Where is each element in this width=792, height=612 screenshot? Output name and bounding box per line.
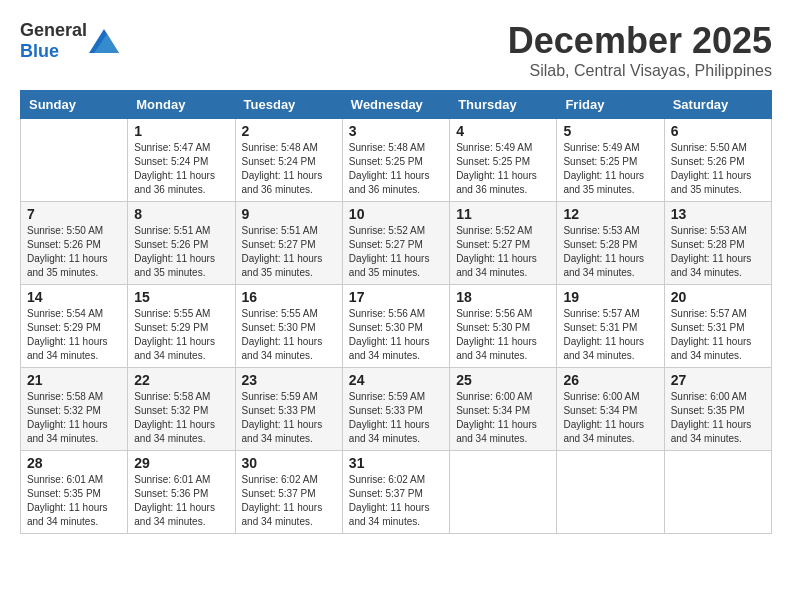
day-info: Sunrise: 6:01 AMSunset: 5:35 PMDaylight:… (27, 473, 121, 529)
day-info: Sunrise: 5:49 AMSunset: 5:25 PMDaylight:… (456, 141, 550, 197)
day-number: 24 (349, 372, 443, 388)
calendar-header-row: SundayMondayTuesdayWednesdayThursdayFrid… (21, 91, 772, 119)
calendar-cell: 22Sunrise: 5:58 AMSunset: 5:32 PMDayligh… (128, 368, 235, 451)
calendar-cell: 29Sunrise: 6:01 AMSunset: 5:36 PMDayligh… (128, 451, 235, 534)
calendar-cell: 30Sunrise: 6:02 AMSunset: 5:37 PMDayligh… (235, 451, 342, 534)
day-info: Sunrise: 5:52 AMSunset: 5:27 PMDaylight:… (349, 224, 443, 280)
calendar-cell: 12Sunrise: 5:53 AMSunset: 5:28 PMDayligh… (557, 202, 664, 285)
calendar-week-row: 14Sunrise: 5:54 AMSunset: 5:29 PMDayligh… (21, 285, 772, 368)
weekday-header-wednesday: Wednesday (342, 91, 449, 119)
day-number: 6 (671, 123, 765, 139)
calendar-week-row: 21Sunrise: 5:58 AMSunset: 5:32 PMDayligh… (21, 368, 772, 451)
calendar-cell: 5Sunrise: 5:49 AMSunset: 5:25 PMDaylight… (557, 119, 664, 202)
day-info: Sunrise: 5:53 AMSunset: 5:28 PMDaylight:… (563, 224, 657, 280)
day-info: Sunrise: 5:57 AMSunset: 5:31 PMDaylight:… (671, 307, 765, 363)
day-number: 17 (349, 289, 443, 305)
calendar-cell: 13Sunrise: 5:53 AMSunset: 5:28 PMDayligh… (664, 202, 771, 285)
day-number: 15 (134, 289, 228, 305)
day-number: 13 (671, 206, 765, 222)
calendar-cell: 3Sunrise: 5:48 AMSunset: 5:25 PMDaylight… (342, 119, 449, 202)
day-info: Sunrise: 6:00 AMSunset: 5:34 PMDaylight:… (563, 390, 657, 446)
calendar-cell: 9Sunrise: 5:51 AMSunset: 5:27 PMDaylight… (235, 202, 342, 285)
day-number: 21 (27, 372, 121, 388)
weekday-header-monday: Monday (128, 91, 235, 119)
day-number: 20 (671, 289, 765, 305)
day-number: 18 (456, 289, 550, 305)
day-number: 23 (242, 372, 336, 388)
calendar-week-row: 1Sunrise: 5:47 AMSunset: 5:24 PMDaylight… (21, 119, 772, 202)
day-number: 2 (242, 123, 336, 139)
day-info: Sunrise: 5:52 AMSunset: 5:27 PMDaylight:… (456, 224, 550, 280)
day-info: Sunrise: 6:00 AMSunset: 5:35 PMDaylight:… (671, 390, 765, 446)
day-info: Sunrise: 6:02 AMSunset: 5:37 PMDaylight:… (349, 473, 443, 529)
day-info: Sunrise: 5:53 AMSunset: 5:28 PMDaylight:… (671, 224, 765, 280)
day-number: 14 (27, 289, 121, 305)
day-info: Sunrise: 5:50 AMSunset: 5:26 PMDaylight:… (27, 224, 121, 280)
day-number: 1 (134, 123, 228, 139)
day-info: Sunrise: 6:00 AMSunset: 5:34 PMDaylight:… (456, 390, 550, 446)
calendar-week-row: 7Sunrise: 5:50 AMSunset: 5:26 PMDaylight… (21, 202, 772, 285)
day-number: 22 (134, 372, 228, 388)
day-info: Sunrise: 5:54 AMSunset: 5:29 PMDaylight:… (27, 307, 121, 363)
day-info: Sunrise: 5:59 AMSunset: 5:33 PMDaylight:… (349, 390, 443, 446)
day-number: 9 (242, 206, 336, 222)
day-info: Sunrise: 5:58 AMSunset: 5:32 PMDaylight:… (134, 390, 228, 446)
day-info: Sunrise: 5:47 AMSunset: 5:24 PMDaylight:… (134, 141, 228, 197)
day-number: 3 (349, 123, 443, 139)
day-number: 4 (456, 123, 550, 139)
calendar-cell: 15Sunrise: 5:55 AMSunset: 5:29 PMDayligh… (128, 285, 235, 368)
calendar-cell: 2Sunrise: 5:48 AMSunset: 5:24 PMDaylight… (235, 119, 342, 202)
day-info: Sunrise: 5:50 AMSunset: 5:26 PMDaylight:… (671, 141, 765, 197)
calendar-cell: 24Sunrise: 5:59 AMSunset: 5:33 PMDayligh… (342, 368, 449, 451)
calendar-cell: 20Sunrise: 5:57 AMSunset: 5:31 PMDayligh… (664, 285, 771, 368)
day-info: Sunrise: 6:01 AMSunset: 5:36 PMDaylight:… (134, 473, 228, 529)
day-number: 30 (242, 455, 336, 471)
calendar-cell: 27Sunrise: 6:00 AMSunset: 5:35 PMDayligh… (664, 368, 771, 451)
day-number: 8 (134, 206, 228, 222)
logo-general: General (20, 20, 87, 40)
logo: General Blue (20, 20, 119, 62)
calendar-cell: 11Sunrise: 5:52 AMSunset: 5:27 PMDayligh… (450, 202, 557, 285)
day-number: 7 (27, 206, 121, 222)
weekday-header-friday: Friday (557, 91, 664, 119)
day-number: 12 (563, 206, 657, 222)
calendar-cell (450, 451, 557, 534)
calendar-cell: 26Sunrise: 6:00 AMSunset: 5:34 PMDayligh… (557, 368, 664, 451)
calendar-cell: 14Sunrise: 5:54 AMSunset: 5:29 PMDayligh… (21, 285, 128, 368)
calendar-cell: 17Sunrise: 5:56 AMSunset: 5:30 PMDayligh… (342, 285, 449, 368)
day-number: 31 (349, 455, 443, 471)
calendar-cell: 16Sunrise: 5:55 AMSunset: 5:30 PMDayligh… (235, 285, 342, 368)
calendar-cell (664, 451, 771, 534)
day-number: 27 (671, 372, 765, 388)
calendar-cell: 6Sunrise: 5:50 AMSunset: 5:26 PMDaylight… (664, 119, 771, 202)
weekday-header-tuesday: Tuesday (235, 91, 342, 119)
calendar-cell: 28Sunrise: 6:01 AMSunset: 5:35 PMDayligh… (21, 451, 128, 534)
day-number: 29 (134, 455, 228, 471)
day-info: Sunrise: 6:02 AMSunset: 5:37 PMDaylight:… (242, 473, 336, 529)
calendar-cell: 4Sunrise: 5:49 AMSunset: 5:25 PMDaylight… (450, 119, 557, 202)
day-info: Sunrise: 5:49 AMSunset: 5:25 PMDaylight:… (563, 141, 657, 197)
weekday-header-saturday: Saturday (664, 91, 771, 119)
page-header: General Blue December 2025 Silab, Centra… (20, 20, 772, 80)
day-info: Sunrise: 5:59 AMSunset: 5:33 PMDaylight:… (242, 390, 336, 446)
day-number: 28 (27, 455, 121, 471)
calendar-cell: 1Sunrise: 5:47 AMSunset: 5:24 PMDaylight… (128, 119, 235, 202)
calendar-cell: 25Sunrise: 6:00 AMSunset: 5:34 PMDayligh… (450, 368, 557, 451)
month-title: December 2025 (508, 20, 772, 62)
day-number: 11 (456, 206, 550, 222)
calendar-cell: 23Sunrise: 5:59 AMSunset: 5:33 PMDayligh… (235, 368, 342, 451)
weekday-header-sunday: Sunday (21, 91, 128, 119)
weekday-header-thursday: Thursday (450, 91, 557, 119)
calendar-cell (557, 451, 664, 534)
day-info: Sunrise: 5:51 AMSunset: 5:27 PMDaylight:… (242, 224, 336, 280)
day-number: 26 (563, 372, 657, 388)
day-number: 25 (456, 372, 550, 388)
day-number: 19 (563, 289, 657, 305)
calendar-cell: 31Sunrise: 6:02 AMSunset: 5:37 PMDayligh… (342, 451, 449, 534)
day-info: Sunrise: 5:51 AMSunset: 5:26 PMDaylight:… (134, 224, 228, 280)
day-info: Sunrise: 5:48 AMSunset: 5:24 PMDaylight:… (242, 141, 336, 197)
day-info: Sunrise: 5:58 AMSunset: 5:32 PMDaylight:… (27, 390, 121, 446)
day-info: Sunrise: 5:48 AMSunset: 5:25 PMDaylight:… (349, 141, 443, 197)
calendar-cell (21, 119, 128, 202)
calendar-cell: 19Sunrise: 5:57 AMSunset: 5:31 PMDayligh… (557, 285, 664, 368)
